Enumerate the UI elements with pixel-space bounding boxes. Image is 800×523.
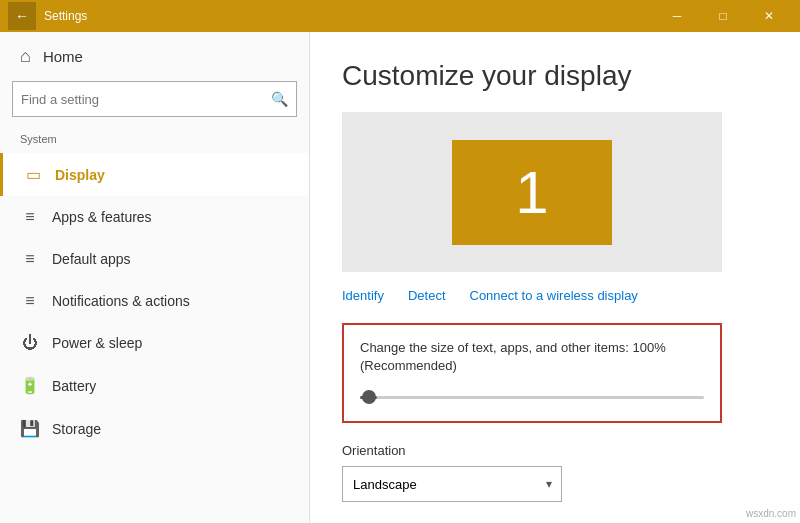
close-button[interactable]: ✕ xyxy=(746,0,792,32)
maximize-button[interactable]: □ xyxy=(700,0,746,32)
battery-icon: 🔋 xyxy=(20,376,40,395)
orientation-select[interactable]: Landscape Portrait Landscape (flipped) P… xyxy=(342,466,562,502)
title-bar-left: ← Settings xyxy=(8,2,87,30)
display-label: Display xyxy=(55,167,105,183)
scale-section: Change the size of text, apps, and other… xyxy=(342,323,722,423)
content-area: Customize your display 1 Identify Detect… xyxy=(310,32,800,523)
close-icon: ✕ xyxy=(764,9,774,23)
scale-text: Change the size of text, apps, and other… xyxy=(360,339,704,375)
home-icon: ⌂ xyxy=(20,46,31,67)
default-apps-label: Default apps xyxy=(52,251,131,267)
monitor-box: 1 xyxy=(452,140,612,245)
battery-label: Battery xyxy=(52,378,96,394)
title-bar-controls: ─ □ ✕ xyxy=(654,0,792,32)
sidebar-item-display[interactable]: ▭ Display xyxy=(0,153,309,196)
back-button[interactable]: ← xyxy=(8,2,36,30)
app-body: ⌂ Home 🔍 System ▭ Display ≡ Apps & featu… xyxy=(0,32,800,523)
orientation-label: Orientation xyxy=(342,443,768,458)
apps-icon: ≡ xyxy=(20,208,40,226)
system-label: System xyxy=(0,129,309,153)
sidebar: ⌂ Home 🔍 System ▭ Display ≡ Apps & featu… xyxy=(0,32,310,523)
scale-slider-track xyxy=(360,396,704,399)
sidebar-item-notifications[interactable]: ≡ Notifications & actions xyxy=(0,280,309,322)
orientation-select-wrapper: Landscape Portrait Landscape (flipped) P… xyxy=(342,466,562,502)
page-title: Customize your display xyxy=(342,60,768,92)
search-box: 🔍 xyxy=(12,81,297,117)
display-preview: 1 xyxy=(342,112,722,272)
display-icon: ▭ xyxy=(23,165,43,184)
storage-label: Storage xyxy=(52,421,101,437)
sidebar-item-default-apps[interactable]: ≡ Default apps xyxy=(0,238,309,280)
sidebar-item-storage[interactable]: 💾 Storage xyxy=(0,407,309,450)
default-apps-icon: ≡ xyxy=(20,250,40,268)
search-icon: 🔍 xyxy=(271,91,288,107)
sidebar-item-power[interactable]: ⏻ Power & sleep xyxy=(0,322,309,364)
connect-wireless-link[interactable]: Connect to a wireless display xyxy=(470,288,638,303)
detect-link[interactable]: Detect xyxy=(408,288,446,303)
title-bar-title: Settings xyxy=(44,9,87,23)
apps-label: Apps & features xyxy=(52,209,152,225)
power-label: Power & sleep xyxy=(52,335,142,351)
search-input[interactable] xyxy=(21,92,271,107)
identify-link[interactable]: Identify xyxy=(342,288,384,303)
power-icon: ⏻ xyxy=(20,334,40,352)
monitor-number: 1 xyxy=(515,158,548,227)
minimize-icon: ─ xyxy=(673,9,682,23)
sidebar-item-apps[interactable]: ≡ Apps & features xyxy=(0,196,309,238)
notifications-label: Notifications & actions xyxy=(52,293,190,309)
title-bar: ← Settings ─ □ ✕ xyxy=(0,0,800,32)
notifications-icon: ≡ xyxy=(20,292,40,310)
sidebar-item-home[interactable]: ⌂ Home xyxy=(0,32,309,81)
scale-slider-thumb[interactable] xyxy=(362,390,376,404)
sidebar-item-battery[interactable]: 🔋 Battery xyxy=(0,364,309,407)
back-icon: ← xyxy=(15,8,29,24)
storage-icon: 💾 xyxy=(20,419,40,438)
maximize-icon: □ xyxy=(719,9,726,23)
minimize-button[interactable]: ─ xyxy=(654,0,700,32)
watermark: wsxdn.com xyxy=(746,508,796,519)
display-actions: Identify Detect Connect to a wireless di… xyxy=(342,288,768,303)
home-label: Home xyxy=(43,48,83,65)
scale-slider-container[interactable] xyxy=(360,387,704,407)
